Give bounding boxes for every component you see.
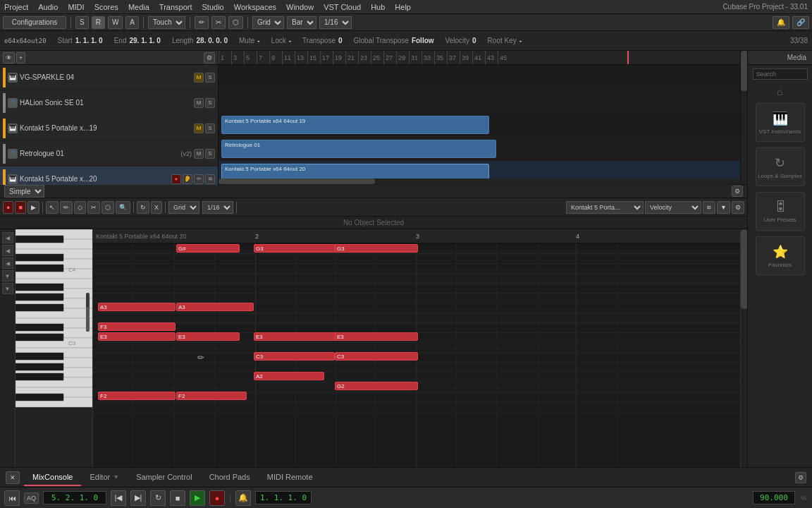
arranger-scroll-thumb[interactable] (219, 179, 375, 184)
configurations-btn[interactable]: Configurations (3, 16, 66, 29)
snap-select[interactable]: Bar (287, 16, 316, 29)
pr-erase-btn[interactable]: ◇ (74, 201, 86, 214)
mode-w-btn[interactable]: W (108, 16, 123, 29)
pr-grid-select[interactable]: Grid (168, 201, 199, 214)
track-row[interactable]: 🎹 VG-SPARKLE 04 M S (0, 65, 218, 90)
note-g2-3[interactable]: G2 (335, 382, 418, 390)
pr-fold-btn[interactable]: ◀ (2, 232, 13, 243)
grid-select[interactable]: Grid (252, 16, 284, 29)
go-to-start-btn[interactable]: |◀ (111, 490, 126, 506)
track-row[interactable]: 🎵 HALion Sonic SE 01 M S (0, 90, 218, 116)
menu-vstcloud[interactable]: VST Cloud (324, 3, 361, 11)
quantize-btn[interactable]: ✏ (195, 16, 209, 29)
pr-settings-btn[interactable]: ▼ (717, 201, 730, 214)
go-to-end-btn[interactable]: ▶| (130, 490, 146, 506)
pr-v-scrollbar[interactable] (740, 229, 747, 467)
add-tab-btn[interactable]: ⚙ (795, 472, 806, 483)
pr-chord-settings-btn[interactable]: ≋ (703, 201, 715, 214)
note-g4-1[interactable]: G# (176, 244, 240, 253)
pr-draw-btn[interactable]: ✏ (60, 201, 73, 214)
pr-chord-btn[interactable]: X (151, 201, 162, 214)
solo-btn[interactable]: S (205, 149, 215, 159)
solo-btn[interactable]: S (205, 73, 215, 83)
note-c3-2[interactable]: C3 (254, 352, 335, 361)
solo-btn[interactable]: S (205, 123, 215, 133)
mp-presets-btn[interactable]: 🎛 User Presets (756, 192, 805, 231)
record-btn[interactable]: ● (209, 490, 225, 506)
cycle-btn[interactable]: ↻ (150, 490, 166, 506)
pr-glue-btn[interactable]: ⬡ (102, 201, 114, 214)
tempo-display[interactable]: 90.000 (753, 491, 795, 504)
track-settings-btn[interactable]: ⚙ (204, 52, 215, 64)
mute-btn[interactable]: M (194, 73, 204, 83)
pr-track-select[interactable]: Kontakt 5 Porta... (566, 201, 644, 214)
clip-retrologue[interactable]: Retrologue 01 (221, 140, 496, 158)
note-a3-1[interactable]: A3 (98, 303, 176, 311)
menu-studio[interactable]: Studio (202, 3, 224, 11)
mode-select[interactable]: Simple (4, 185, 44, 198)
menu-transport[interactable]: Transport (159, 3, 192, 11)
note-f2-1[interactable]: F2 (98, 392, 176, 400)
sync-btn[interactable]: 🔗 (792, 16, 809, 29)
mode-s-btn[interactable]: S (75, 16, 89, 29)
stop-btn[interactable]: ■ (170, 490, 185, 506)
monitor-btn[interactable]: 👂 (183, 174, 192, 184)
pr-fold3-btn[interactable]: ◀ (2, 258, 13, 269)
note-a3-1b[interactable]: A3 (176, 303, 254, 311)
tab-midi-remote[interactable]: MIDI Remote (259, 469, 321, 486)
note-f2-1b[interactable]: F2 (176, 392, 247, 400)
menu-workspaces[interactable]: Workspaces (234, 3, 276, 11)
pr-play-btn[interactable]: ▶ (27, 201, 39, 214)
pr-v-scroll-thumb[interactable] (741, 229, 747, 309)
menu-window[interactable]: Window (286, 3, 314, 11)
mode-r-btn[interactable]: R (92, 16, 105, 29)
pr-quantize-select[interactable]: 1/16 (202, 201, 233, 214)
metronome-btn2[interactable]: 🔔 (235, 490, 251, 506)
media-search-input[interactable] (753, 68, 808, 80)
pr-fold5-btn[interactable]: ▼ (2, 283, 13, 294)
mute-btn[interactable]: M (194, 149, 204, 159)
tab-chord-pads[interactable]: Chord Pads (201, 469, 259, 486)
mode-a-btn[interactable]: A (125, 16, 139, 29)
menu-help[interactable]: Help (395, 3, 411, 11)
note-c3-3[interactable]: C3 (335, 352, 418, 361)
pr-rec2-btn[interactable]: ■ (15, 201, 25, 214)
mp-loops-btn[interactable]: ↻ Loops & Samples (756, 147, 805, 186)
menu-hub[interactable]: Hub (371, 3, 385, 11)
menu-media[interactable]: Media (128, 3, 149, 11)
pr-select-btn[interactable]: ↖ (46, 201, 59, 214)
mp-vst-instruments-btn[interactable]: 🎹 VST Instruments (756, 103, 805, 142)
play-btn[interactable]: ▶ (190, 490, 205, 506)
menu-scores[interactable]: Scores (94, 3, 118, 11)
media-tab[interactable]: Media (748, 51, 812, 65)
menu-audio[interactable]: Audio (38, 3, 58, 11)
pr-mode-select[interactable]: Velocity (645, 201, 701, 214)
pr-fold4-btn[interactable]: ▼ (2, 270, 13, 282)
mp-favorites-btn[interactable]: ⭐ Favorites (756, 236, 805, 275)
tab-editor[interactable]: Editor ▼ (81, 469, 128, 486)
pr-zoom-btn[interactable]: 🔍 (116, 201, 130, 214)
note-e3-1b[interactable]: E3 (176, 332, 240, 341)
tab-mixconsole[interactable]: MixConsole (24, 469, 81, 486)
clip-kontakt19[interactable]: Kontakt 5 Portable x64 64out 19 (221, 116, 489, 134)
menu-midi[interactable]: MIDI (68, 3, 84, 11)
pr-rec-btn[interactable]: ● (3, 201, 13, 214)
touch-select[interactable]: Touch (148, 16, 185, 29)
note-a2-2[interactable]: A2 (254, 372, 324, 380)
note-e3-2[interactable]: E3 (254, 332, 337, 341)
note-g3-1[interactable]: G3 (254, 244, 337, 253)
pr-fold2-btn[interactable]: ◀ (2, 245, 13, 256)
pr-loop-btn[interactable]: ↻ (137, 201, 149, 214)
menu-project[interactable]: Project (4, 3, 28, 11)
settings-btn[interactable]: ⚙ (732, 186, 743, 197)
solo-btn[interactable]: S (205, 98, 215, 108)
mute-btn[interactable]: M (194, 123, 204, 133)
pr-scissors-btn[interactable]: ✂ (87, 201, 100, 214)
eq-btn[interactable]: ≋ (205, 174, 215, 184)
arranger-scrollbar-h[interactable] (219, 179, 740, 184)
mp-home-icon[interactable]: ⌂ (772, 85, 789, 99)
note-e3-3[interactable]: E3 (335, 332, 418, 341)
track-row[interactable]: 🎹 Kontakt 5 Portable x...19 M S (0, 116, 218, 141)
record-btn[interactable]: ● (171, 174, 181, 184)
tab-sampler[interactable]: Sampler Control (128, 469, 200, 486)
